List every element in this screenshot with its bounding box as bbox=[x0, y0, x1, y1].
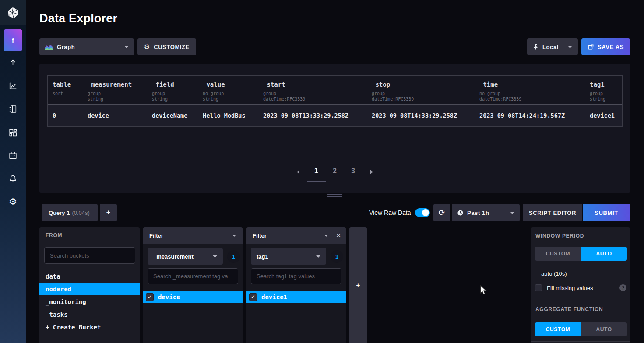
visualization-type-dropdown[interactable]: Graph bbox=[39, 38, 134, 55]
table-cell: 2023-09-08T14:24:19.567Z bbox=[479, 112, 590, 119]
checkbox-checked[interactable]: ✓ bbox=[146, 293, 154, 301]
sidebar-item-tasks[interactable] bbox=[8, 150, 18, 160]
chevron-down-icon bbox=[568, 46, 572, 48]
create-bucket-button[interactable]: + Create Bucket bbox=[39, 321, 140, 333]
query-tab[interactable]: Query 1 (0.04s) bbox=[42, 204, 98, 221]
chevron-down-icon bbox=[232, 234, 236, 237]
pagination-prev-button[interactable] bbox=[289, 167, 307, 177]
pagination-page-3[interactable]: 3 bbox=[344, 167, 362, 181]
bucket-search-input[interactable] bbox=[44, 247, 135, 264]
plus-icon: + bbox=[106, 209, 110, 217]
submit-label: SUBMIT bbox=[595, 210, 618, 216]
fill-missing-values-row: Fill missing values ? bbox=[535, 284, 626, 291]
tag-key-dropdown[interactable]: _measurement bbox=[148, 248, 223, 265]
aggregate-custom-option[interactable]: CUSTOM bbox=[535, 322, 581, 336]
filter-card-tag1: Filter × tag1 1 ✓ device1 bbox=[246, 227, 346, 343]
sidebar-item-alerts[interactable] bbox=[8, 174, 18, 183]
caret-left-icon bbox=[297, 170, 299, 174]
submit-button[interactable]: SUBMIT bbox=[583, 204, 630, 221]
tag-value-row-device1[interactable]: ✓ device1 bbox=[246, 291, 346, 303]
sidebar-item-data-explorer[interactable] bbox=[8, 81, 18, 91]
influxdb-logo[interactable] bbox=[0, 0, 26, 25]
selected-count-badge: 1 bbox=[331, 250, 343, 263]
upload-icon bbox=[8, 58, 18, 67]
close-icon: × bbox=[336, 231, 341, 240]
bucket-item-data[interactable]: data bbox=[39, 270, 140, 283]
save-as-button[interactable]: SAVE AS bbox=[581, 38, 630, 55]
pagination: 1 2 3 bbox=[39, 167, 630, 182]
visualization-type-label: Graph bbox=[57, 44, 75, 50]
pagination-page-2[interactable]: 2 bbox=[326, 167, 344, 181]
view-raw-data-control: View Raw Data bbox=[369, 204, 430, 221]
sidebar-item-notebooks[interactable] bbox=[8, 104, 18, 114]
script-editor-button[interactable]: SCRIPT EDITOR bbox=[523, 204, 582, 221]
divider bbox=[531, 341, 630, 342]
tag-value-label: device1 bbox=[261, 294, 287, 301]
bucket-item-nodered[interactable]: nodered bbox=[39, 283, 140, 295]
chevron-down-icon bbox=[124, 46, 129, 48]
remove-filter-button[interactable]: × bbox=[334, 231, 343, 240]
table-cell: 2023-09-08T13:33:29.258Z bbox=[263, 112, 372, 119]
raw-data-table: tablesort _measurementgroupstring _field… bbox=[47, 75, 623, 127]
checkbox-checked[interactable]: ✓ bbox=[249, 293, 257, 301]
gear-icon: ⚙ bbox=[144, 44, 150, 50]
add-filter-card[interactable]: + bbox=[349, 227, 367, 343]
tag-key-label: _measurement bbox=[153, 253, 194, 260]
aggregate-auto-option[interactable]: AUTO bbox=[581, 322, 627, 336]
data-explorer-screen: f bbox=[0, 0, 644, 343]
time-range-dropdown[interactable]: Past 1h bbox=[452, 204, 520, 221]
time-range-label: Past 1h bbox=[467, 210, 489, 216]
tag-value-search-input[interactable] bbox=[148, 268, 238, 284]
column-header: tablesort bbox=[53, 81, 88, 102]
panel-resize-handle[interactable] bbox=[327, 194, 342, 199]
table-cell: device1 bbox=[590, 112, 622, 119]
fill-missing-values-checkbox[interactable] bbox=[535, 284, 542, 291]
column-header: _stopgroupdateTime:RFC3339 bbox=[372, 81, 479, 102]
export-icon bbox=[588, 44, 594, 50]
tag-value-row-device[interactable]: ✓ device bbox=[143, 291, 243, 303]
raw-data-panel: tablesort _measurementgroupstring _field… bbox=[39, 64, 630, 192]
customize-button[interactable]: ⚙ CUSTOMIZE bbox=[137, 38, 196, 55]
graph-type-icon bbox=[45, 44, 53, 50]
query-tab-label: Query 1 bbox=[49, 210, 70, 216]
check-icon: ✓ bbox=[148, 294, 152, 300]
save-target-dropdown[interactable]: Local bbox=[527, 38, 578, 55]
page-title: Data Explorer bbox=[39, 12, 117, 25]
add-query-button[interactable]: + bbox=[100, 204, 117, 221]
bucket-item-monitoring[interactable]: _monitoring bbox=[39, 295, 140, 308]
refresh-icon: ⟳ bbox=[439, 208, 445, 217]
chevron-down-icon bbox=[213, 256, 217, 258]
filter-title: Filter bbox=[149, 232, 163, 239]
pagination-next-button[interactable] bbox=[362, 167, 381, 177]
tag-key-dropdown[interactable]: tag1 bbox=[251, 248, 326, 265]
line-chart-icon bbox=[8, 81, 18, 91]
sidebar-item-dashboards[interactable] bbox=[8, 127, 18, 137]
view-raw-data-toggle[interactable] bbox=[415, 208, 430, 217]
bucket-item-tasks[interactable]: _tasks bbox=[39, 308, 140, 321]
window-period-auto-option[interactable]: AUTO bbox=[581, 247, 627, 261]
calendar-icon bbox=[8, 151, 18, 160]
help-icon[interactable]: ? bbox=[619, 284, 626, 291]
chevron-down-icon bbox=[324, 234, 328, 237]
window-period-value: auto (10s) bbox=[541, 270, 567, 277]
sidebar-item-load-data[interactable] bbox=[8, 58, 18, 67]
aggregate-function-title: AGGREGATE FUNCTION bbox=[535, 306, 603, 312]
toggle-knob bbox=[422, 209, 429, 216]
script-editor-label: SCRIPT EDITOR bbox=[529, 210, 576, 216]
window-period-custom-option[interactable]: CUSTOM bbox=[535, 247, 581, 261]
fill-missing-values-label: Fill missing values bbox=[547, 285, 593, 291]
pagination-page-1[interactable]: 1 bbox=[307, 167, 326, 182]
refresh-button[interactable]: ⟳ bbox=[433, 204, 450, 221]
user-avatar[interactable]: f bbox=[4, 29, 22, 51]
tag-value-search-input[interactable] bbox=[251, 268, 341, 284]
column-header: _valueno groupstring bbox=[203, 81, 263, 102]
filter-type-dropdown[interactable]: Filter bbox=[143, 227, 243, 244]
filter-type-dropdown[interactable]: Filter bbox=[246, 227, 346, 244]
column-header: _startgroupdateTime:RFC3339 bbox=[263, 81, 372, 102]
aggregate-settings-card: WINDOW PERIOD CUSTOM AUTO auto (10s) Fil… bbox=[531, 227, 630, 343]
sidebar-item-settings[interactable]: ⚙ bbox=[8, 197, 18, 206]
plus-icon: + bbox=[356, 281, 360, 289]
save-target-label: Local bbox=[542, 44, 559, 50]
filter-card-measurement: Filter _measurement 1 ✓ device bbox=[143, 227, 243, 343]
check-icon: ✓ bbox=[251, 294, 255, 300]
